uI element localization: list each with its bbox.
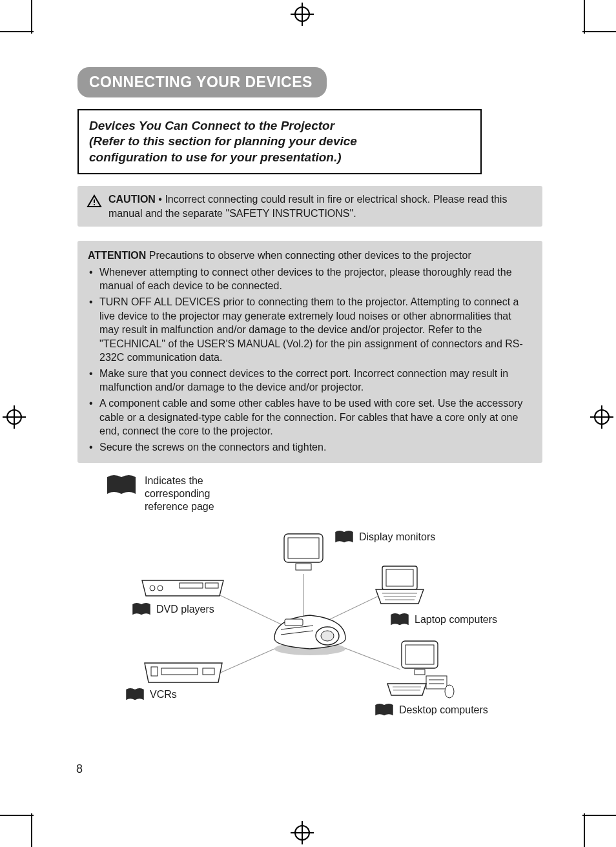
book-icon: [132, 602, 151, 617]
svg-rect-35: [151, 667, 158, 676]
svg-rect-15: [296, 564, 311, 570]
device-label-vcrs: VCRs: [125, 688, 177, 702]
attention-intro: Precautions to observe when connecting o…: [146, 250, 471, 261]
crop-mark: [584, 0, 585, 34]
device-label-text: Display monitors: [359, 531, 435, 543]
attention-heading: ATTENTION Precautions to observe when co…: [88, 249, 532, 263]
crop-mark: [584, 813, 585, 847]
svg-rect-10: [285, 619, 303, 626]
svg-rect-36: [203, 668, 214, 675]
page-content: CONNECTING YOUR DEVICES Devices You Can …: [77, 67, 542, 742]
crop-mark: [31, 0, 32, 34]
svg-rect-14: [288, 538, 319, 558]
book-icon: [125, 688, 145, 702]
registration-mark-icon: [3, 405, 26, 429]
registration-mark-icon: [291, 3, 314, 26]
svg-rect-0: [94, 199, 95, 203]
book-icon: [334, 530, 354, 544]
warning-triangle-icon: [87, 194, 102, 209]
subtitle-line: configuration to use for your presentati…: [89, 150, 342, 164]
attention-label: ATTENTION: [88, 250, 146, 261]
attention-bullet: TURN OFF ALL DEVICES prior to connecting…: [88, 295, 532, 365]
svg-point-31: [150, 586, 155, 591]
svg-rect-17: [386, 569, 413, 586]
print-sheet: CONNECTING YOUR DEVICES Devices You Can …: [0, 0, 616, 847]
section-heading: CONNECTING YOUR DEVICES: [77, 67, 327, 97]
attention-bullet: Secure the screws on the connectors and …: [88, 440, 532, 454]
caution-text: CAUTION • Incorrect connecting could res…: [108, 192, 533, 220]
dvd-player-illustration: [139, 574, 226, 600]
subtitle-line: (Refer to this section for planning your…: [89, 134, 357, 148]
projector-illustration: [268, 606, 352, 658]
crop-mark: [31, 813, 32, 847]
crop-mark: [0, 815, 34, 816]
svg-point-9: [321, 631, 334, 641]
crop-mark: [582, 31, 616, 32]
device-label-text: VCRs: [150, 689, 177, 700]
caution-callout: CAUTION • Incorrect connecting could res…: [77, 186, 542, 227]
svg-rect-1: [94, 204, 95, 205]
device-label-dvd-players: DVD players: [132, 602, 214, 617]
crop-mark: [0, 31, 34, 32]
monitor-illustration: [280, 531, 327, 574]
device-label-text: DVD players: [156, 604, 214, 615]
svg-point-29: [445, 685, 454, 698]
book-icon: [390, 613, 409, 627]
svg-rect-33: [205, 583, 218, 588]
svg-rect-34: [161, 668, 198, 675]
attention-bullet: Make sure that you connect devices to th…: [88, 367, 532, 394]
svg-point-32: [158, 586, 163, 591]
vcr-illustration: [142, 658, 225, 686]
laptop-illustration: [372, 564, 427, 607]
registration-mark-icon: [590, 405, 613, 429]
svg-rect-22: [406, 645, 434, 664]
svg-rect-30: [180, 583, 203, 588]
device-label-text: Laptop computers: [415, 614, 497, 626]
connection-diagram: Display monitors DVD players Laptop comp…: [77, 522, 542, 742]
device-label-desktop-computers: Desktop computers: [375, 703, 488, 717]
legend-text: Indicates the corresponding reference pa…: [145, 475, 241, 513]
book-icon: [375, 703, 394, 717]
svg-rect-23: [415, 669, 425, 675]
svg-rect-24: [426, 676, 447, 689]
attention-bullet: A component cable and some other cables …: [88, 396, 532, 438]
book-icon: [106, 475, 137, 496]
subtitle-line: Devices You Can Connect to the Projector: [89, 119, 334, 132]
device-label-text: Desktop computers: [399, 704, 488, 716]
page-number: 8: [76, 762, 83, 776]
subtitle-box: Devices You Can Connect to the Projector…: [77, 109, 482, 174]
attention-callout: ATTENTION Precautions to observe when co…: [77, 241, 542, 463]
attention-bullet: Whenever attempting to connect other dev…: [88, 265, 532, 293]
caution-label: CAUTION: [108, 194, 156, 205]
attention-list: Whenever attempting to connect other dev…: [88, 265, 532, 454]
registration-mark-icon: [291, 821, 314, 844]
device-label-display-monitors: Display monitors: [334, 530, 435, 544]
device-label-laptop-computers: Laptop computers: [390, 613, 497, 627]
crop-mark: [582, 815, 616, 816]
desktop-illustration: [385, 638, 456, 700]
caution-body: • Incorrect connecting could result in f…: [108, 194, 507, 219]
reference-legend: Indicates the corresponding reference pa…: [106, 475, 542, 513]
